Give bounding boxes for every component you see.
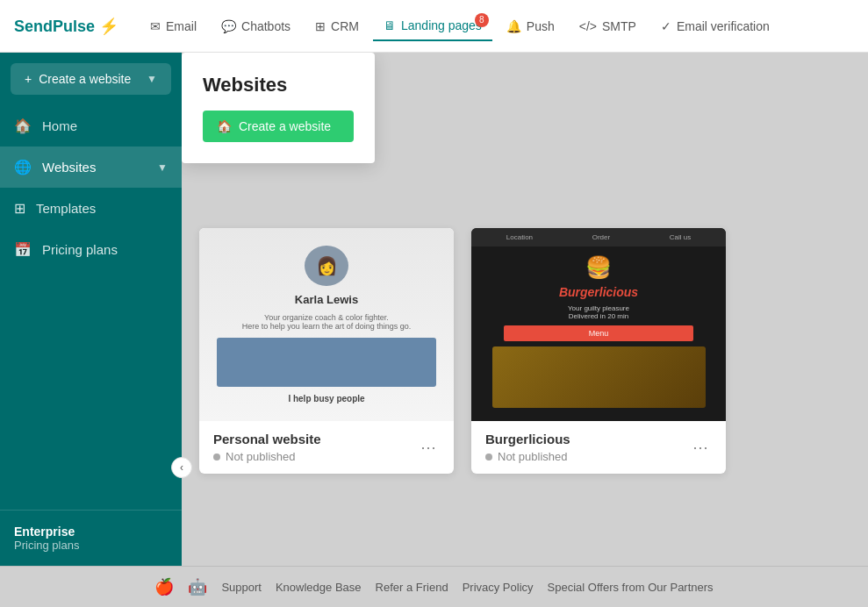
logo-icon: SendPulse ⚡ <box>14 17 118 36</box>
burger-subtitle: Your guilty pleasureDelivered in 20 min <box>568 304 629 320</box>
home-icon: 🏠 <box>14 118 32 134</box>
footer-offers-link[interactable]: Special Offers from Our Partners <box>548 581 714 594</box>
page-footer: 🍎 🤖 Support Knowledge Base Refer a Frien… <box>0 566 868 607</box>
landing-icon: 🖥 <box>384 18 396 32</box>
preview-description: Your organize coach & color fighter.Here… <box>242 313 412 331</box>
status-dot <box>213 453 220 461</box>
card-details: Burgerlicious Not published <box>485 432 570 463</box>
main-layout: + Create a website ▼ 🏠 Home 🌐 Websites ▼… <box>0 53 868 566</box>
nav-email[interactable]: ✉ Email <box>140 12 207 40</box>
status-dot <box>485 453 492 461</box>
sidebar-navigation: 🏠 Home 🌐 Websites ▼ ⊞ Templates 📅 Pricin… <box>0 105 182 510</box>
burger-nav-location: Location <box>506 233 533 241</box>
burger-nav-call: Call us <box>670 233 691 241</box>
nav-email-verification[interactable]: ✓ Email verification <box>650 12 780 40</box>
landing-badge: 8 <box>475 13 489 27</box>
chevron-down-icon: ▼ <box>147 73 157 85</box>
card-status: Not published <box>213 450 321 463</box>
logo: SendPulse ⚡ <box>14 17 118 36</box>
sidebar: + Create a website ▼ 🏠 Home 🌐 Websites ▼… <box>0 53 182 566</box>
footer-privacy-link[interactable]: Privacy Policy <box>463 581 534 594</box>
preview-tagline: I help busy people <box>288 394 364 403</box>
nav-crm[interactable]: ⊞ CRM <box>305 12 369 40</box>
card-menu-button-personal[interactable]: ⋯ <box>417 434 440 461</box>
nav-items: ✉ Email 💬 Chatbots ⊞ CRM 🖥 Landing pages… <box>140 11 854 41</box>
website-card-burger: Location Order Call us 🍔 Burgerlicious Y… <box>471 228 726 474</box>
websites-icon: 🌐 <box>14 159 32 175</box>
card-details: Personal website Not published <box>213 432 321 463</box>
pricing-icon: 📅 <box>14 241 32 258</box>
chevron-right-icon: ▼ <box>157 161 168 174</box>
card-info-burger: Burgerlicious Not published ⋯ <box>471 421 726 474</box>
nav-chatbots[interactable]: 💬 Chatbots <box>211 12 301 40</box>
dropdown-title: Websites <box>203 74 354 96</box>
smtp-icon: </> <box>579 19 597 33</box>
plan-label: Enterprise <box>14 525 168 539</box>
burger-menu-label: Menu <box>504 325 693 341</box>
footer-knowledge-base-link[interactable]: Knowledge Base <box>276 581 362 594</box>
nav-push[interactable]: 🔔 Push <box>496 12 565 40</box>
email-icon: ✉ <box>150 19 161 33</box>
email-verification-icon: ✓ <box>661 19 671 33</box>
preview-image <box>217 338 436 387</box>
chatbots-icon: 💬 <box>221 19 236 33</box>
burger-brand-title: Burgerlicious <box>559 285 638 299</box>
nav-smtp[interactable]: </> SMTP <box>569 12 647 40</box>
create-website-dropdown-button[interactable]: 🏠 Create a website <box>203 111 354 142</box>
burger-food-image <box>492 346 706 408</box>
apple-icon: 🍎 <box>154 577 174 596</box>
push-icon: 🔔 <box>506 19 521 33</box>
card-menu-button-burger[interactable]: ⋯ <box>689 434 712 461</box>
create-website-sidebar-button[interactable]: + Create a website ▼ <box>11 63 171 95</box>
pricing-label: Pricing plans <box>14 539 168 552</box>
templates-icon: ⊞ <box>14 200 25 217</box>
nav-landing-pages[interactable]: 🖥 Landing pages 8 <box>373 11 492 41</box>
preview-name: Karla Lewis <box>295 293 358 306</box>
crm-icon: ⊞ <box>315 19 326 33</box>
card-preview-personal: 👩 Karla Lewis Your organize coach & colo… <box>199 228 454 421</box>
card-name: Personal website <box>213 432 321 446</box>
sidebar-item-websites[interactable]: 🌐 Websites ▼ <box>0 146 182 188</box>
burger-nav: Location Order Call us <box>471 228 726 246</box>
burger-icon: 🍔 <box>585 255 612 280</box>
card-status: Not published <box>485 450 570 463</box>
sidebar-footer: Enterprise Pricing plans <box>0 510 182 566</box>
home-icon: 🏠 <box>217 119 232 133</box>
website-card-personal: 👩 Karla Lewis Your organize coach & colo… <box>199 228 454 474</box>
top-navigation: SendPulse ⚡ ✉ Email 💬 Chatbots ⊞ CRM 🖥 L… <box>0 0 868 53</box>
sidebar-item-home[interactable]: 🏠 Home <box>0 105 182 146</box>
burger-content: 🍔 Burgerlicious Your guilty pleasureDeli… <box>471 246 726 421</box>
websites-dropdown: Websites 🏠 Create a website <box>182 53 375 163</box>
plus-icon: + <box>25 72 32 86</box>
sidebar-item-pricing[interactable]: 📅 Pricing plans <box>0 229 182 270</box>
footer-refer-link[interactable]: Refer a Friend <box>376 581 448 594</box>
burger-nav-order: Order <box>592 233 610 241</box>
avatar: 👩 <box>305 246 348 286</box>
card-info-personal: Personal website Not published ⋯ <box>199 421 454 474</box>
sidebar-collapse-button[interactable]: ‹ <box>171 457 192 478</box>
footer-support-link[interactable]: Support <box>221 581 262 594</box>
android-icon: 🤖 <box>188 577 207 596</box>
card-preview-burger: Location Order Call us 🍔 Burgerlicious Y… <box>471 228 726 421</box>
card-name: Burgerlicious <box>485 432 570 446</box>
sidebar-item-templates[interactable]: ⊞ Templates <box>0 188 182 229</box>
main-content: Websites 🏠 Create a website 👩 Karla Lewi… <box>182 53 868 566</box>
